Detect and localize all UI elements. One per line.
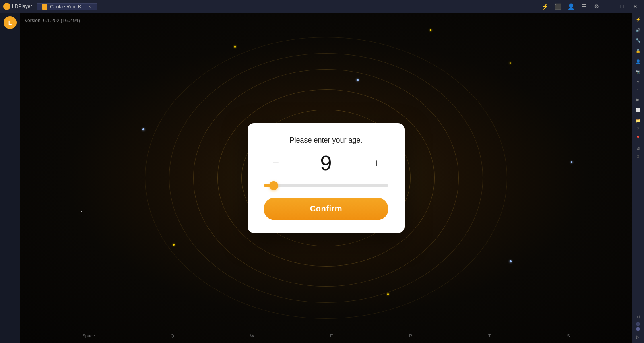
menu-icon[interactable]: ☰ <box>578 2 589 10</box>
sidebar-icon-screen[interactable]: 🖥 <box>633 143 643 153</box>
sidebar-icon-file[interactable]: 📁 <box>633 116 643 125</box>
sidebar-icon-video2[interactable]: ⬜ <box>633 105 643 115</box>
titlebar: L LDPlayer Cookie Run: K... × ⚡ ⬛ 👤 ☰ ⚙ … <box>0 0 644 13</box>
scroll-circle-bottom <box>636 327 640 331</box>
titlebar-controls: ⚡ ⬛ 👤 ☰ ⚙ — □ ✕ <box>536 2 644 10</box>
decrement-button[interactable]: − <box>268 155 284 171</box>
close-button[interactable]: ✕ <box>630 2 641 10</box>
sidebar-icon-5[interactable]: 👤 <box>633 56 643 66</box>
sidebar-icon-video[interactable]: ▶ <box>633 95 643 104</box>
left-sidebar: L <box>0 13 20 343</box>
app-logo: L <box>3 3 10 10</box>
sidebar-icon-1[interactable]: ⚡ <box>633 14 643 24</box>
game-tab[interactable]: Cookie Run: K... × <box>37 3 97 10</box>
game-viewport[interactable]: version: 6.1.202 (160494) Please enter y… <box>20 13 632 343</box>
tab-bar: Cookie Run: K... × <box>37 3 97 10</box>
tab-close-btn[interactable]: × <box>88 4 92 10</box>
sidebar-number-3: 3 <box>632 154 644 160</box>
account-icon[interactable]: 👤 <box>565 2 576 10</box>
scroll-left-icon[interactable]: ◁ <box>633 312 643 321</box>
sidebar-icon-3[interactable]: 🔧 <box>633 35 643 45</box>
maximize-button[interactable]: □ <box>617 2 628 10</box>
age-value-display: 9 <box>310 153 342 174</box>
sidebar-icon-6[interactable]: 📷 <box>633 67 643 76</box>
age-slider-container[interactable] <box>264 182 388 190</box>
scroll-right-icon[interactable]: ▷ <box>633 332 643 341</box>
sidebar-icon-4[interactable]: 🔒 <box>633 46 643 56</box>
minimize-button[interactable]: — <box>604 2 615 10</box>
scroll-circle-top <box>636 322 640 326</box>
tab-icon <box>42 4 47 10</box>
app-name-label: LDPlayer <box>12 4 32 9</box>
increment-button[interactable]: + <box>368 155 384 171</box>
lightning-icon[interactable]: ⚡ <box>539 2 551 10</box>
confirm-button[interactable]: Confirm <box>264 198 388 220</box>
sidebar-icon-2[interactable]: 🔊 <box>633 25 643 35</box>
dialog-overlay: Please enter your age. − 9 + Confirm <box>20 13 632 343</box>
age-control: − 9 + <box>264 153 388 174</box>
sidebar-icon-7[interactable]: ✕ <box>633 77 643 87</box>
tab-label: Cookie Run: K... <box>50 4 85 10</box>
titlebar-left: L LDPlayer Cookie Run: K... × <box>0 3 536 10</box>
sidebar-icon-location[interactable]: 📍 <box>633 133 643 143</box>
right-sidebar: ⚡ 🔊 🔧 🔒 👤 📷 ✕ 1 ▶ ⬜ 📁 2 📍 🖥 3 ◁ ▷ <box>632 13 644 343</box>
sidebar-number-1: 1 <box>632 88 644 94</box>
slider-track <box>264 184 388 187</box>
record-icon[interactable]: ⬛ <box>552 2 564 10</box>
settings-icon[interactable]: ⚙ <box>591 2 602 10</box>
dialog-title: Please enter your age. <box>289 136 362 145</box>
age-dialog: Please enter your age. − 9 + Confirm <box>248 123 405 233</box>
sidebar-number-2: 2 <box>632 126 644 132</box>
ld-logo: L <box>4 16 17 29</box>
main-area: L version: 6.1.202 (160494) <box>0 13 644 343</box>
slider-thumb[interactable] <box>269 181 278 190</box>
